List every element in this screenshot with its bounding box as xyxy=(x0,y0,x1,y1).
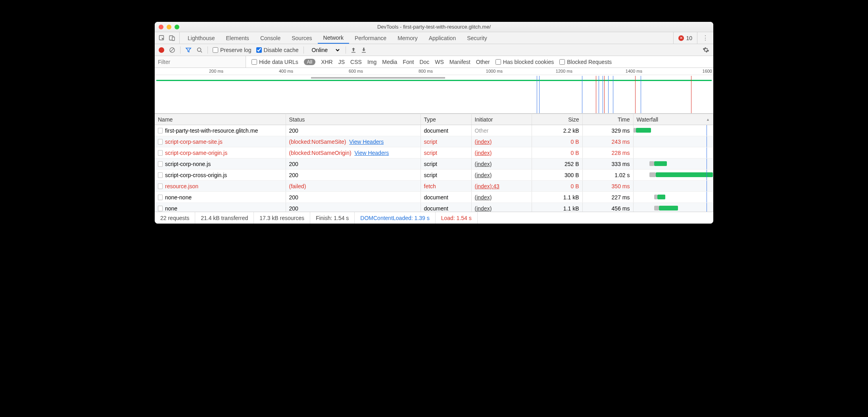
view-headers-link[interactable]: View Headers xyxy=(349,139,384,145)
devtools-window: DevTools - first-party-test-with-resourc… xyxy=(155,22,713,224)
svg-rect-8 xyxy=(362,52,366,53)
type-filter-doc[interactable]: Doc xyxy=(419,59,429,65)
file-icon xyxy=(158,206,163,211)
initiator-link[interactable]: (index):43 xyxy=(475,183,499,189)
initiator-link[interactable]: (index) xyxy=(475,194,492,201)
upload-har-icon[interactable] xyxy=(351,47,356,53)
tab-console[interactable]: Console xyxy=(255,32,286,44)
hide-data-urls-checkbox[interactable]: Hide data URLs xyxy=(252,59,298,65)
network-table: NameStatusTypeInitiatorSizeTimeWaterfall… xyxy=(155,114,713,212)
titlebar: DevTools - first-party-test-with-resourc… xyxy=(155,22,713,32)
table-row[interactable]: script-corp-none.js200script(index)252 B… xyxy=(155,158,713,170)
table-row[interactable]: script-corp-same-site.js(blocked:NotSame… xyxy=(155,136,713,147)
blocked-requests-checkbox[interactable]: Blocked Requests xyxy=(559,59,612,65)
initiator-link[interactable]: (index) xyxy=(475,139,492,145)
svg-line-6 xyxy=(201,51,202,52)
svg-rect-7 xyxy=(351,52,355,53)
file-icon xyxy=(158,139,163,145)
column-initiator[interactable]: Initiator xyxy=(471,114,532,125)
file-icon xyxy=(158,172,163,178)
column-status[interactable]: Status xyxy=(286,114,421,125)
file-icon xyxy=(158,128,163,133)
status-dcl: DOMContentLoaded: 1.39 s xyxy=(355,212,435,224)
initiator-link[interactable]: (index) xyxy=(475,150,492,156)
tab-security[interactable]: Security xyxy=(461,32,493,44)
file-icon xyxy=(158,150,163,156)
more-menu-icon[interactable]: ⋮ xyxy=(697,32,713,44)
column-type[interactable]: Type xyxy=(421,114,471,125)
status-finish: Finish: 1.54 s xyxy=(310,212,355,224)
tab-elements[interactable]: Elements xyxy=(221,32,255,44)
filter-toggle-icon[interactable] xyxy=(185,47,192,53)
timeline-overview[interactable]: 200 ms400 ms600 ms800 ms1000 ms1200 ms14… xyxy=(155,68,713,114)
filter-input[interactable] xyxy=(155,56,246,68)
record-button[interactable] xyxy=(159,47,164,53)
type-filter-css[interactable]: CSS xyxy=(350,59,362,65)
type-filter-other[interactable]: Other xyxy=(476,59,490,65)
column-waterfall[interactable]: Waterfall xyxy=(633,114,713,125)
table-row[interactable]: none-none200document(index)1.1 kB227 ms xyxy=(155,192,713,203)
initiator-link[interactable]: (index) xyxy=(475,172,492,178)
table-row[interactable]: script-corp-cross-origin.js200script(ind… xyxy=(155,170,713,181)
search-icon[interactable] xyxy=(196,47,203,53)
table-row[interactable]: first-party-test-with-resource.glitch.me… xyxy=(155,125,713,136)
type-filter-ws[interactable]: WS xyxy=(435,59,444,65)
status-load: Load: 1.54 s xyxy=(436,212,478,224)
column-size[interactable]: Size xyxy=(532,114,582,125)
overview-activity-line xyxy=(156,80,712,81)
type-filter-xhr[interactable]: XHR xyxy=(321,59,333,65)
filter-bar: Hide data URLs AllXHRJSCSSImgMediaFontDo… xyxy=(155,56,713,68)
column-time[interactable]: Time xyxy=(582,114,633,125)
svg-rect-2 xyxy=(172,37,175,41)
column-name[interactable]: Name xyxy=(155,114,286,125)
file-icon xyxy=(158,183,163,189)
status-transferred: 21.4 kB transferred xyxy=(195,212,254,224)
svg-line-4 xyxy=(171,48,174,52)
tab-network[interactable]: Network xyxy=(318,32,349,44)
throttling-select[interactable]: Online xyxy=(309,46,341,54)
error-count: 10 xyxy=(686,35,692,41)
window-title: DevTools - first-party-test-with-resourc… xyxy=(155,24,713,30)
view-headers-link[interactable]: View Headers xyxy=(354,150,389,156)
type-filter-manifest[interactable]: Manifest xyxy=(449,59,470,65)
error-badge-icon: ✕ xyxy=(678,35,684,41)
preserve-log-checkbox[interactable]: Preserve log xyxy=(213,47,252,53)
tab-application[interactable]: Application xyxy=(423,32,462,44)
initiator-link[interactable]: (index) xyxy=(475,205,492,212)
table-row[interactable]: resource.json(failed)fetch(index):430 B3… xyxy=(155,181,713,192)
panel-tabstrip: LighthouseElementsConsoleSourcesNetworkP… xyxy=(155,32,713,44)
initiator-link[interactable]: (index) xyxy=(475,161,492,167)
initiator-link[interactable]: Other xyxy=(475,127,489,134)
status-bar: 22 requests 21.4 kB transferred 17.3 kB … xyxy=(155,212,713,224)
tab-lighthouse[interactable]: Lighthouse xyxy=(182,32,221,44)
status-resources: 17.3 kB resources xyxy=(254,212,310,224)
file-icon xyxy=(158,195,163,200)
tab-sources[interactable]: Sources xyxy=(286,32,317,44)
download-har-icon[interactable] xyxy=(361,47,367,53)
inspect-icon[interactable] xyxy=(159,35,165,41)
type-filter-font[interactable]: Font xyxy=(403,59,414,65)
error-counter[interactable]: ✕ 10 xyxy=(673,32,697,44)
status-requests: 22 requests xyxy=(155,212,195,224)
tab-memory[interactable]: Memory xyxy=(392,32,423,44)
clear-icon[interactable] xyxy=(169,47,175,53)
table-row[interactable]: script-corp-same-origin.js(blocked:NotSa… xyxy=(155,147,713,158)
type-filter-all[interactable]: All xyxy=(304,59,315,65)
type-filter-js[interactable]: JS xyxy=(338,59,345,65)
file-icon xyxy=(158,161,163,167)
device-icon[interactable] xyxy=(169,35,175,41)
tab-performance[interactable]: Performance xyxy=(349,32,392,44)
type-filter-img[interactable]: Img xyxy=(367,59,376,65)
table-row[interactable]: none200document(index)1.1 kB456 ms xyxy=(155,203,713,212)
settings-icon[interactable] xyxy=(703,46,709,53)
type-filter-media[interactable]: Media xyxy=(382,59,397,65)
network-toolbar: Preserve log Disable cache Online xyxy=(155,44,713,56)
svg-point-5 xyxy=(198,48,201,51)
disable-cache-checkbox[interactable]: Disable cache xyxy=(256,47,299,53)
has-blocked-cookies-checkbox[interactable]: Has blocked cookies xyxy=(495,59,554,65)
